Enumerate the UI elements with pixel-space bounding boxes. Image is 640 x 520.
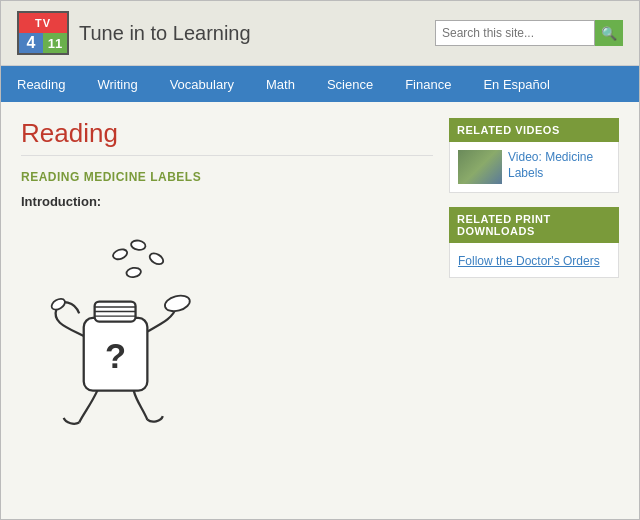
search-input[interactable] <box>435 20 595 46</box>
site-title: Tune in to Learning <box>79 22 251 45</box>
search-button[interactable]: 🔍 <box>595 20 623 46</box>
related-videos-header: RELATED VIDEOS <box>449 118 619 142</box>
nav-item-writing[interactable]: Writing <box>81 66 153 102</box>
svg-point-10 <box>50 297 67 312</box>
main-nav: Reading Writing Vocabulary Math Science … <box>1 66 639 102</box>
svg-point-0 <box>112 248 129 262</box>
logo-4: 4 <box>19 33 43 53</box>
page-heading: Reading <box>21 118 433 156</box>
related-videos-content: Video: Medicine Labels <box>449 142 619 193</box>
svg-text:?: ? <box>105 337 126 375</box>
search-area: 🔍 <box>435 20 623 46</box>
article-content: Reading READING MEDICINE LABELS Introduc… <box>21 118 433 503</box>
sidebar: RELATED VIDEOS Video: Medicine Labels RE… <box>449 118 619 503</box>
logo-11: 11 <box>43 33 67 53</box>
svg-point-3 <box>126 267 142 278</box>
svg-point-2 <box>148 251 165 266</box>
nav-item-math[interactable]: Math <box>250 66 311 102</box>
related-videos-section: RELATED VIDEOS Video: Medicine Labels <box>449 118 619 193</box>
logo-tv: TV <box>19 13 67 33</box>
logo-box: TV 4 11 <box>17 11 69 55</box>
nav-item-en-espanol[interactable]: En Español <box>467 66 566 102</box>
nav-item-science[interactable]: Science <box>311 66 389 102</box>
related-downloads-content: Follow the Doctor's Orders <box>449 243 619 278</box>
video-item: Video: Medicine Labels <box>458 150 610 184</box>
related-downloads-header: RELATED PRINT DOWNLOADS <box>449 207 619 243</box>
site-header: TV 4 11 Tune in to Learning 🔍 <box>1 1 639 66</box>
main-content: Reading READING MEDICINE LABELS Introduc… <box>1 102 639 519</box>
intro-label: Introduction: <box>21 194 433 209</box>
related-downloads-section: RELATED PRINT DOWNLOADS Follow the Docto… <box>449 207 619 278</box>
video-thumbnail[interactable] <box>458 150 502 184</box>
nav-item-vocabulary[interactable]: Vocabulary <box>154 66 250 102</box>
download-link[interactable]: Follow the Doctor's Orders <box>458 254 600 268</box>
article-title: READING MEDICINE LABELS <box>21 170 433 184</box>
medicine-illustration: ? <box>21 227 201 427</box>
svg-point-1 <box>130 239 146 250</box>
svg-point-11 <box>163 293 191 314</box>
video-label[interactable]: Video: Medicine Labels <box>508 150 610 181</box>
nav-item-finance[interactable]: Finance <box>389 66 467 102</box>
logo-area: TV 4 11 Tune in to Learning <box>17 11 251 55</box>
nav-item-reading[interactable]: Reading <box>1 66 81 102</box>
